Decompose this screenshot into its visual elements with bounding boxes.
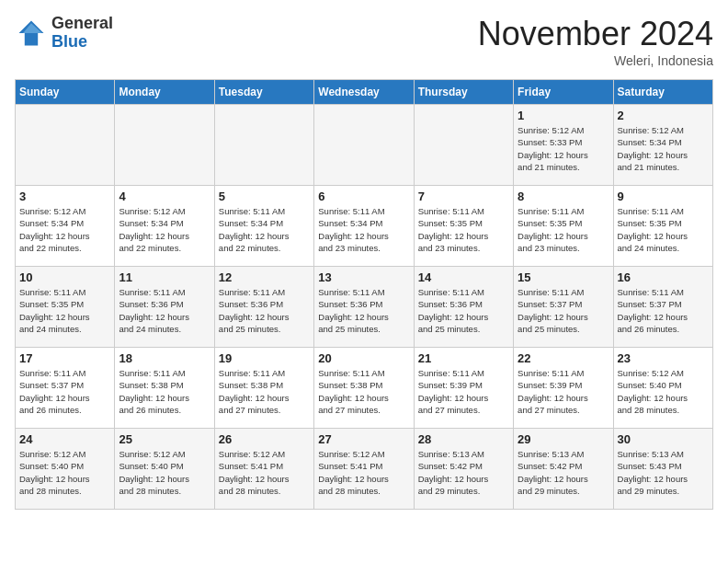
logo-icon [15,17,48,50]
day-info: Sunrise: 5:12 AMSunset: 5:34 PMDaylight:… [19,205,110,254]
day-number: 26 [219,432,310,446]
day-number: 30 [618,432,709,446]
day-info: Sunrise: 5:11 AMSunset: 5:34 PMDaylight:… [219,205,310,254]
day-info: Sunrise: 5:12 AMSunset: 5:33 PMDaylight:… [518,124,609,173]
calendar-table: SundayMondayTuesdayWednesdayThursdayFrid… [15,79,713,510]
day-info: Sunrise: 5:11 AMSunset: 5:35 PMDaylight:… [418,205,509,254]
day-number: 24 [19,432,110,446]
logo-text: General Blue [51,15,113,52]
day-info: Sunrise: 5:11 AMSunset: 5:35 PMDaylight:… [19,286,110,335]
calendar-cell: 15Sunrise: 5:11 AMSunset: 5:37 PMDayligh… [514,267,613,348]
day-number: 5 [219,190,310,203]
day-info: Sunrise: 5:11 AMSunset: 5:39 PMDaylight:… [418,367,509,416]
calendar-cell [314,105,414,186]
calendar-cell: 5Sunrise: 5:11 AMSunset: 5:34 PMDaylight… [214,186,313,267]
week-row-3: 10Sunrise: 5:11 AMSunset: 5:35 PMDayligh… [16,267,713,348]
day-number: 10 [19,270,110,284]
calendar-cell: 28Sunrise: 5:13 AMSunset: 5:42 PMDayligh… [414,429,513,510]
calendar-cell: 16Sunrise: 5:11 AMSunset: 5:37 PMDayligh… [613,267,712,348]
calendar-cell [115,105,214,186]
calendar-cell: 24Sunrise: 5:12 AMSunset: 5:40 PMDayligh… [16,429,115,510]
calendar-cell: 21Sunrise: 5:11 AMSunset: 5:39 PMDayligh… [414,348,513,429]
calendar-body: 1Sunrise: 5:12 AMSunset: 5:33 PMDaylight… [16,105,713,510]
calendar-cell: 20Sunrise: 5:11 AMSunset: 5:38 PMDayligh… [314,348,414,429]
location: Weleri, Indonesia [478,53,713,68]
day-info: Sunrise: 5:12 AMSunset: 5:40 PMDaylight:… [618,367,709,416]
day-info: Sunrise: 5:11 AMSunset: 5:36 PMDaylight:… [119,286,210,335]
day-info: Sunrise: 5:12 AMSunset: 5:34 PMDaylight:… [618,124,709,173]
week-row-5: 24Sunrise: 5:12 AMSunset: 5:40 PMDayligh… [16,429,713,510]
day-number: 12 [219,270,310,284]
day-info: Sunrise: 5:11 AMSunset: 5:36 PMDaylight:… [219,286,310,335]
day-number: 3 [19,190,110,203]
day-number: 28 [418,432,509,446]
logo: General Blue [15,15,113,52]
day-info: Sunrise: 5:11 AMSunset: 5:35 PMDaylight:… [518,205,609,254]
day-number: 11 [119,270,210,284]
day-info: Sunrise: 5:11 AMSunset: 5:37 PMDaylight:… [518,286,609,335]
calendar-header: SundayMondayTuesdayWednesdayThursdayFrid… [16,80,713,105]
day-number: 1 [518,109,609,122]
day-header-friday: Friday [514,80,613,105]
day-info: Sunrise: 5:11 AMSunset: 5:36 PMDaylight:… [418,286,509,335]
day-info: Sunrise: 5:12 AMSunset: 5:40 PMDaylight:… [119,448,210,497]
calendar-cell: 4Sunrise: 5:12 AMSunset: 5:34 PMDaylight… [115,186,214,267]
calendar-cell [16,105,115,186]
day-info: Sunrise: 5:12 AMSunset: 5:41 PMDaylight:… [318,448,409,497]
day-number: 4 [119,190,210,203]
day-info: Sunrise: 5:11 AMSunset: 5:36 PMDaylight:… [318,286,409,335]
calendar-cell [414,105,513,186]
day-number: 22 [518,351,609,365]
day-number: 18 [119,351,210,365]
day-number: 16 [618,270,709,284]
day-number: 20 [318,351,409,365]
day-info: Sunrise: 5:11 AMSunset: 5:38 PMDaylight:… [318,367,409,416]
day-info: Sunrise: 5:12 AMSunset: 5:40 PMDaylight:… [19,448,110,497]
header-row: SundayMondayTuesdayWednesdayThursdayFrid… [16,80,713,105]
day-header-thursday: Thursday [414,80,513,105]
day-info: Sunrise: 5:12 AMSunset: 5:41 PMDaylight:… [219,448,310,497]
calendar-cell: 6Sunrise: 5:11 AMSunset: 5:34 PMDaylight… [314,186,414,267]
day-info: Sunrise: 5:13 AMSunset: 5:43 PMDaylight:… [618,448,709,497]
calendar-cell: 3Sunrise: 5:12 AMSunset: 5:34 PMDaylight… [16,186,115,267]
day-number: 8 [518,190,609,203]
calendar-cell: 30Sunrise: 5:13 AMSunset: 5:43 PMDayligh… [613,429,712,510]
calendar-cell: 8Sunrise: 5:11 AMSunset: 5:35 PMDaylight… [514,186,613,267]
calendar-cell: 18Sunrise: 5:11 AMSunset: 5:38 PMDayligh… [115,348,214,429]
day-info: Sunrise: 5:13 AMSunset: 5:42 PMDaylight:… [518,448,609,497]
day-info: Sunrise: 5:11 AMSunset: 5:37 PMDaylight:… [19,367,110,416]
day-info: Sunrise: 5:11 AMSunset: 5:35 PMDaylight:… [618,205,709,254]
calendar-cell: 23Sunrise: 5:12 AMSunset: 5:40 PMDayligh… [613,348,712,429]
day-header-monday: Monday [115,80,214,105]
title-block: November 2024 Weleri, Indonesia [478,15,713,68]
calendar-cell: 12Sunrise: 5:11 AMSunset: 5:36 PMDayligh… [214,267,313,348]
calendar-cell: 2Sunrise: 5:12 AMSunset: 5:34 PMDaylight… [613,105,712,186]
calendar-cell: 27Sunrise: 5:12 AMSunset: 5:41 PMDayligh… [314,429,414,510]
day-number: 6 [318,190,409,203]
day-number: 21 [418,351,509,365]
day-info: Sunrise: 5:11 AMSunset: 5:34 PMDaylight:… [318,205,409,254]
day-header-wednesday: Wednesday [314,80,414,105]
day-info: Sunrise: 5:11 AMSunset: 5:38 PMDaylight:… [219,367,310,416]
day-info: Sunrise: 5:11 AMSunset: 5:38 PMDaylight:… [119,367,210,416]
day-header-saturday: Saturday [613,80,712,105]
month-title: November 2024 [478,15,713,53]
day-number: 23 [618,351,709,365]
calendar-cell: 7Sunrise: 5:11 AMSunset: 5:35 PMDaylight… [414,186,513,267]
day-number: 7 [418,190,509,203]
calendar-cell: 10Sunrise: 5:11 AMSunset: 5:35 PMDayligh… [16,267,115,348]
day-number: 17 [19,351,110,365]
day-number: 25 [119,432,210,446]
calendar-cell: 29Sunrise: 5:13 AMSunset: 5:42 PMDayligh… [514,429,613,510]
calendar-cell: 17Sunrise: 5:11 AMSunset: 5:37 PMDayligh… [16,348,115,429]
day-number: 15 [518,270,609,284]
calendar-cell [214,105,313,186]
day-number: 13 [318,270,409,284]
day-number: 27 [318,432,409,446]
calendar-cell: 19Sunrise: 5:11 AMSunset: 5:38 PMDayligh… [214,348,313,429]
day-number: 29 [518,432,609,446]
day-number: 14 [418,270,509,284]
page-header: General Blue November 2024 Weleri, Indon… [15,15,713,68]
calendar-cell: 26Sunrise: 5:12 AMSunset: 5:41 PMDayligh… [214,429,313,510]
day-number: 19 [219,351,310,365]
